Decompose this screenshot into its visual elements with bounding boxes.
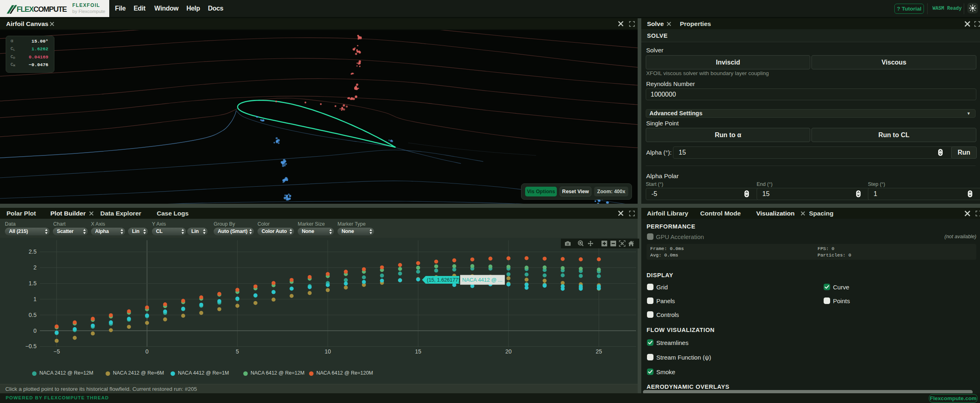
svg-text:25: 25 (596, 348, 602, 355)
svg-text:(15, 1.626177): (15, 1.626177) (427, 277, 460, 282)
svg-text:20: 20 (505, 348, 512, 355)
svg-text:1: 1 (33, 296, 37, 302)
svg-text:1.5: 1.5 (29, 280, 37, 287)
svg-text:5: 5 (236, 348, 239, 355)
svg-text:15: 15 (415, 348, 422, 355)
svg-text:NACA 4412 @ ...: NACA 4412 @ ... (462, 276, 502, 282)
svg-text:2: 2 (33, 264, 37, 271)
svg-text:−0.5: −0.5 (25, 343, 37, 349)
svg-text:−5: −5 (54, 348, 60, 355)
svg-text:10: 10 (325, 348, 331, 355)
svg-text:2.5: 2.5 (29, 248, 37, 255)
svg-text:FLEXCOMPUTE: FLEXCOMPUTE (17, 5, 67, 13)
svg-text:0.5: 0.5 (29, 312, 37, 318)
svg-text:0: 0 (145, 348, 149, 355)
svg-text:0: 0 (33, 328, 37, 334)
